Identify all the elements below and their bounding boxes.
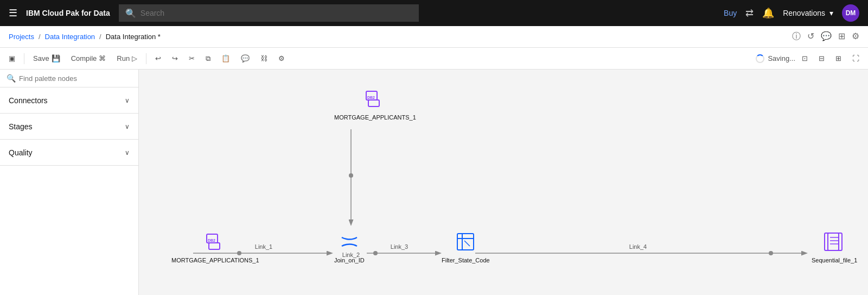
avatar[interactable]: DM — [842, 4, 859, 22]
breadcrumb-current: Data Integration * — [106, 33, 161, 41]
node-join[interactable]: Join_on_ID — [334, 229, 365, 263]
cut-icon: ✂ — [189, 54, 195, 62]
stages-panel: Stages ∨ — [0, 114, 138, 140]
collapse-panel-button[interactable]: ▣ — [4, 52, 20, 65]
menu-icon[interactable]: ☰ — [9, 7, 17, 19]
layout-icon[interactable]: ⊞ — [838, 31, 845, 42]
node-mortgage-applications[interactable]: DB2 MORTGAGE_APPLICATIONS_1 — [171, 229, 259, 263]
panel-icon: ▣ — [9, 54, 15, 62]
breadcrumb-sep-2: / — [99, 33, 101, 41]
link-icon: ⛓ — [260, 54, 267, 62]
quality-toggle[interactable]: Quality ∨ — [0, 140, 138, 166]
run-label: Run — [117, 54, 130, 62]
copy-icon: ⧉ — [206, 54, 210, 63]
svg-text:DB2: DB2 — [367, 96, 375, 99]
fit-view-icon: ⊡ — [802, 54, 808, 62]
node-filter[interactable]: Filter_State_Code — [442, 229, 490, 263]
breadcrumb-sep-1: / — [39, 33, 41, 41]
save-icon: 💾 — [52, 54, 60, 62]
node-sequential-file[interactable]: Sequential_file_1 — [812, 229, 857, 263]
link1-label: Link_1 — [255, 243, 272, 250]
palette-search-icon: 🔍 — [7, 74, 16, 83]
breadcrumb-projects[interactable]: Projects — [9, 33, 34, 41]
canvas-settings-button[interactable]: ⚙ — [274, 52, 289, 65]
svg-text:DB2: DB2 — [208, 238, 215, 242]
palette-search-input[interactable] — [19, 74, 132, 83]
search-input[interactable] — [141, 9, 413, 17]
compile-icon: ⌘ — [99, 54, 106, 62]
link-button[interactable]: ⛓ — [256, 52, 272, 65]
palette-sidebar: 🔍 Connectors ∨ Stages ∨ Quality ∨ — [0, 70, 139, 295]
paste-button[interactable]: 📋 — [217, 52, 234, 65]
svg-rect-10 — [368, 100, 379, 106]
chevron-down-icon: ▾ — [829, 9, 833, 17]
search-icon: 🔍 — [125, 8, 136, 18]
zoom-in-icon: ⊞ — [835, 54, 841, 62]
redo-button[interactable]: ↪ — [168, 52, 182, 65]
zoom-out-button[interactable]: ⊟ — [814, 52, 829, 65]
compile-label: Compile — [71, 54, 97, 62]
save-label: Save — [33, 54, 49, 62]
node-join-label: Join_on_ID — [334, 257, 365, 263]
breadcrumb: Projects / Data Integration / Data Integ… — [9, 33, 161, 41]
cut-button[interactable]: ✂ — [184, 52, 199, 65]
sequential-file-icon — [821, 229, 847, 255]
svg-line-18 — [464, 241, 470, 246]
toolbar-divider-2 — [146, 53, 146, 64]
buy-link[interactable]: Buy — [724, 9, 737, 17]
redo-icon: ↪ — [172, 54, 178, 62]
compile-button[interactable]: Compile ⌘ — [67, 52, 111, 65]
navbar: ☰ IBM Cloud Pak for Data 🔍 Buy ⇄ 🔔 Renov… — [0, 0, 868, 26]
node-mortgage-applicants-label: MORTGAGE_APPLICANTS_1 — [334, 114, 416, 121]
transfer-icon[interactable]: ⇄ — [745, 7, 754, 19]
undo-icon: ↩ — [155, 54, 161, 62]
saving-spinner — [756, 54, 764, 63]
link4-label: Link_4 — [629, 243, 647, 250]
brand-name: IBM Cloud Pak for Data — [26, 9, 110, 17]
svg-rect-20 — [828, 233, 842, 250]
zoom-out-icon: ⊟ — [819, 54, 825, 62]
comment-icon: 💬 — [241, 54, 250, 62]
quality-chevron-icon: ∨ — [125, 149, 130, 156]
info-icon[interactable]: ⓘ — [792, 31, 801, 42]
fit-view-button[interactable]: ⊡ — [797, 52, 812, 65]
svg-point-5 — [373, 251, 378, 255]
quality-label: Quality — [9, 148, 33, 157]
stages-toggle[interactable]: Stages ∨ — [0, 114, 138, 140]
copy-button[interactable]: ⧉ — [201, 52, 215, 65]
fullscreen-icon: ⛶ — [852, 54, 859, 62]
fullscreen-button[interactable]: ⛶ — [848, 52, 864, 65]
node-filter-label: Filter_State_Code — [442, 257, 490, 263]
notification-icon[interactable]: 🔔 — [762, 7, 774, 19]
svg-point-7 — [769, 251, 773, 255]
canvas-toolbar: ▣ Save 💾 Compile ⌘ Run ▷ ↩ ↪ ✂ ⧉ 📋 💬 ⛓ ⚙… — [0, 48, 868, 70]
filter-icon — [452, 229, 478, 255]
connectors-panel: Connectors ∨ — [0, 87, 138, 114]
connectors-toggle[interactable]: Connectors ∨ — [0, 87, 138, 114]
pipeline-canvas[interactable]: DB2 MORTGAGE_APPLICANTS_1 Link_2 DB2 MOR… — [139, 70, 868, 295]
join-icon — [336, 229, 362, 255]
breadcrumb-data-integration[interactable]: Data Integration — [45, 33, 95, 41]
saving-indicator: Saving... — [756, 54, 795, 63]
connectors-label: Connectors — [9, 96, 48, 105]
node-sequential-file-label: Sequential_file_1 — [812, 257, 857, 263]
quality-panel: Quality ∨ — [0, 140, 138, 166]
palette-search-container[interactable]: 🔍 — [0, 70, 138, 87]
global-search[interactable]: 🔍 — [119, 4, 419, 22]
navbar-icons: ⇄ 🔔 — [745, 7, 774, 19]
node-mortgage-applicants[interactable]: DB2 MORTGAGE_APPLICANTS_1 — [334, 86, 416, 121]
breadcrumb-action-icons: ⓘ ↺ 💬 ⊞ ⚙ — [792, 31, 859, 42]
node-mortgage-applications-label: MORTGAGE_APPLICATIONS_1 — [171, 257, 259, 263]
settings-icon[interactable]: ⚙ — [852, 31, 859, 42]
connectors-chevron-icon: ∨ — [125, 97, 130, 104]
workspace-selector[interactable]: Renovations ▾ — [783, 9, 833, 17]
toolbar-right-actions: ⊡ ⊟ ⊞ ⛶ — [797, 52, 864, 65]
comment-button[interactable]: 💬 — [237, 52, 254, 65]
history-icon[interactable]: ↺ — [807, 31, 814, 42]
comment-icon[interactable]: 💬 — [821, 31, 832, 42]
zoom-in-button[interactable]: ⊞ — [831, 52, 846, 65]
save-button[interactable]: Save 💾 — [29, 52, 65, 65]
run-button[interactable]: Run ▷ — [112, 52, 142, 65]
undo-button[interactable]: ↩ — [151, 52, 165, 65]
main-layout: 🔍 Connectors ∨ Stages ∨ Quality ∨ — [0, 70, 868, 295]
